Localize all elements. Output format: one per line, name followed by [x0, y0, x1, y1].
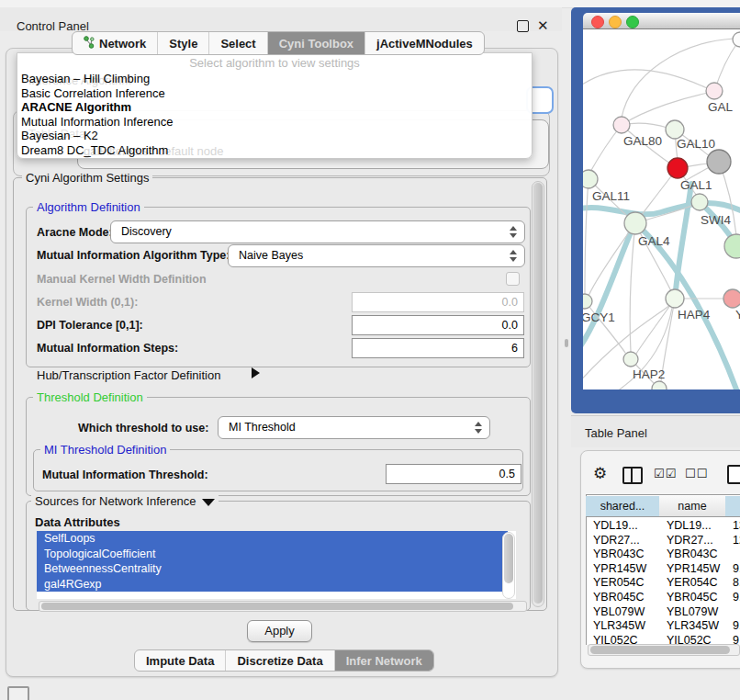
network-node-gal11[interactable] — [583, 170, 598, 188]
mi-threshold-field[interactable]: 0.5 — [386, 464, 521, 484]
table-row[interactable]: YLR345WYLR345W9. — [587, 619, 740, 634]
table-hscrollbar[interactable] — [588, 644, 740, 656]
table-cell: 9. — [733, 619, 740, 634]
attribute-item-topologicalcoefficient[interactable]: TopologicalCoefficient — [37, 547, 508, 562]
network-edge[interactable] — [583, 70, 707, 88]
network-node[interactable] — [733, 32, 740, 47]
tab-style[interactable]: Style — [158, 32, 209, 54]
network-edge[interactable] — [583, 226, 633, 353]
network-node[interactable] — [652, 381, 667, 390]
table-mode-icon[interactable] — [727, 465, 740, 484]
tab-network[interactable]: Network — [73, 32, 158, 54]
mi-type-combo[interactable]: Naive Bayes — [228, 244, 525, 267]
kernel-width-field[interactable]: 0.0 — [352, 292, 524, 312]
combo-spinner-icon — [510, 226, 517, 238]
table-row[interactable]: YBR045CYBR045C9. — [587, 591, 740, 605]
network-node-swi4[interactable] — [691, 194, 708, 210]
network-node-gal4[interactable] — [624, 212, 646, 234]
table-cell: YLR345W — [593, 619, 645, 634]
table-row[interactable]: YDL19...YDL19...13 — [587, 519, 740, 534]
attributes-hscrollbar[interactable] — [39, 601, 527, 612]
attributes-scrollbar-thumb[interactable] — [504, 534, 513, 583]
network-edge[interactable] — [676, 184, 691, 290]
column-header-a[interactable]: A — [725, 496, 740, 517]
which-threshold-combo[interactable]: MI Threshold — [218, 416, 490, 439]
network-edge[interactable] — [585, 179, 589, 294]
deselect-all-columns-icon[interactable]: ☐☐ — [685, 467, 708, 480]
aracne-mode-combo[interactable]: Discovery — [110, 220, 525, 243]
network-node-gcy1[interactable] — [583, 294, 592, 309]
minimize-window-icon[interactable] — [609, 16, 622, 28]
bottom-tab-infer-network[interactable]: Infer Network — [335, 650, 433, 671]
zoom-window-icon[interactable] — [626, 16, 639, 28]
dpi-tolerance-field[interactable]: 0.0 — [352, 315, 524, 335]
settings-scrollbar-thumb[interactable] — [533, 183, 543, 604]
network-node-gal[interactable] — [706, 83, 723, 99]
attribute-item-selfloops[interactable]: SelfLoops — [37, 531, 508, 547]
network-node-hap2[interactable] — [623, 352, 638, 367]
expand-arrow-icon[interactable] — [252, 367, 260, 378]
algorithm-option-dream8-dc-tdc-algorithm[interactable]: Dream8 DC_TDC Algorithm — [21, 143, 528, 158]
column-header-name[interactable]: name — [659, 496, 726, 517]
data-attributes-label: Data Attributes — [35, 515, 120, 529]
hub-definition-label[interactable]: Hub/Transcription Factor Definition — [37, 368, 220, 382]
apply-button[interactable]: Apply — [247, 620, 312, 642]
attribute-item-betweennesscentrality[interactable]: BetweennessCentrality — [37, 561, 508, 577]
algorithm-option-bayesian-hill-climbing[interactable]: Bayesian – Hill Climbing — [21, 72, 528, 86]
algorithm-option-bayesian-k2[interactable]: Bayesian – K2 — [21, 129, 528, 143]
collapse-arrow-icon[interactable] — [202, 499, 215, 506]
close-panel-icon[interactable]: ✕ — [537, 17, 549, 34]
network-edge[interactable] — [622, 93, 708, 125]
table-row[interactable]: YER054CYER054C8. — [587, 576, 740, 591]
column-header-shared[interactable]: shared... — [586, 496, 660, 517]
table-cell: YLR345W — [667, 619, 719, 634]
split-columns-icon[interactable] — [622, 467, 643, 484]
bottom-tab-impute-data[interactable]: Impute Data — [135, 650, 226, 671]
network-node-gal10[interactable] — [666, 120, 684, 139]
network-node-y[interactable] — [723, 289, 740, 308]
network-canvas[interactable]: GALGAL80GAL10GAL1GAL11SWI4GAL4YHAP4GCY1H… — [583, 29, 740, 390]
mi-type-value: Naive Bayes — [239, 249, 303, 262]
network-window-titlebar[interactable] — [583, 13, 740, 29]
algorithm-option-aracne-algorithm[interactable]: ARACNE Algorithm — [21, 100, 528, 115]
table-hscrollbar-thumb[interactable] — [590, 646, 730, 654]
collapsed-panel-icon[interactable] — [7, 686, 29, 700]
network-node-gal1[interactable] — [667, 158, 688, 178]
manual-kernel-label: Manual Kernel Width Definition — [37, 273, 207, 286]
network-node-label: HAP2 — [633, 367, 665, 381]
table-row[interactable]: YBR043CYBR043C — [587, 548, 740, 562]
algorithm-dropdown-placeholder: Select algorithm to view settings — [17, 56, 532, 70]
table-cell: 9. — [733, 591, 740, 605]
control-panel-titlebar: Control Panel ✕ — [0, 7, 562, 31]
algorithm-option-basic-correlation-inference[interactable]: Basic Correlation Inference — [21, 86, 528, 101]
float-panel-icon[interactable] — [517, 20, 529, 32]
manual-kernel-checkbox[interactable] — [506, 272, 520, 286]
panel-splitter-handle[interactable] — [565, 339, 568, 347]
network-edge[interactable] — [636, 299, 675, 354]
network-node[interactable] — [707, 150, 731, 174]
tab-select[interactable]: Select — [209, 32, 267, 54]
network-edge[interactable] — [635, 223, 739, 390]
tab-jactivemnodules[interactable]: jActiveMNodules — [365, 32, 484, 54]
table-cell: YBR045C — [667, 591, 718, 605]
table-settings-gear-icon[interactable]: ⚙ — [593, 464, 607, 483]
table-cell: YBR043C — [667, 548, 718, 562]
table-row[interactable]: YPR145WYPR145W9. — [587, 562, 740, 577]
network-node[interactable] — [724, 234, 740, 258]
network-node-label: HAP4 — [678, 308, 711, 322]
close-window-icon[interactable] — [591, 16, 604, 28]
bottom-tab-discretize-data[interactable]: Discretize Data — [226, 650, 334, 671]
select-all-columns-icon[interactable]: ☑☑ — [654, 467, 677, 480]
attributes-scrollbar[interactable] — [502, 532, 515, 599]
tab-cyni-toolbox[interactable]: Cyni Toolbox — [268, 32, 365, 54]
kernel-width-label: Kernel Width (0,1): — [37, 296, 138, 309]
network-node-gal80[interactable] — [613, 117, 630, 133]
mi-steps-field[interactable]: 6 — [352, 338, 524, 358]
attributes-hscrollbar-thumb[interactable] — [41, 603, 513, 610]
settings-vertical-scrollbar[interactable] — [532, 181, 544, 607]
network-node-hap4[interactable] — [666, 289, 684, 308]
table-row[interactable]: YDR27...YDR27...12 — [587, 534, 740, 548]
attribute-item-gal4rgexp[interactable]: gal4RGexp — [37, 577, 508, 593]
table-row[interactable]: YBL079WYBL079W — [587, 605, 740, 620]
algorithm-option-mutual-information-inference[interactable]: Mutual Information Inference — [21, 115, 528, 130]
